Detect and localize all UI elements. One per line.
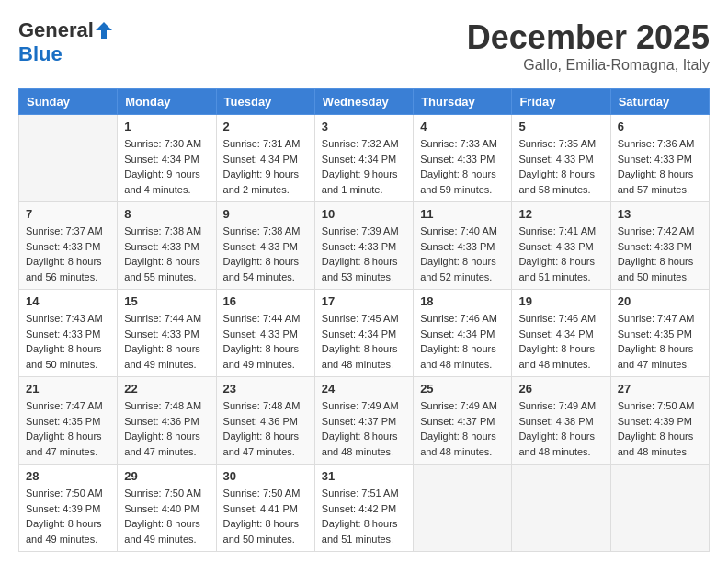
logo-general-text: General <box>18 18 94 42</box>
day-info: Sunrise: 7:50 AM Sunset: 4:41 PM Dayligh… <box>223 486 308 546</box>
calendar-week-row: 1Sunrise: 7:30 AM Sunset: 4:34 PM Daylig… <box>19 115 710 202</box>
weekday-header: Thursday <box>414 89 512 115</box>
day-number: 6 <box>618 120 702 133</box>
calendar-cell: 4Sunrise: 7:33 AM Sunset: 4:33 PM Daylig… <box>414 115 512 202</box>
day-info: Sunrise: 7:49 AM Sunset: 4:37 PM Dayligh… <box>420 398 505 459</box>
weekday-header: Saturday <box>610 89 709 115</box>
day-info: Sunrise: 7:44 AM Sunset: 4:33 PM Dayligh… <box>223 311 308 372</box>
day-number: 29 <box>124 469 209 483</box>
calendar-cell: 12Sunrise: 7:41 AM Sunset: 4:33 PM Dayli… <box>512 202 610 290</box>
calendar-cell: 1Sunrise: 7:30 AM Sunset: 4:34 PM Daylig… <box>118 115 216 202</box>
calendar-cell: 15Sunrise: 7:44 AM Sunset: 4:33 PM Dayli… <box>118 290 216 377</box>
day-info: Sunrise: 7:30 AM Sunset: 4:34 PM Dayligh… <box>124 136 209 197</box>
day-number: 21 <box>26 382 110 396</box>
day-info: Sunrise: 7:46 AM Sunset: 4:34 PM Dayligh… <box>420 311 505 372</box>
month-title: December 2025 <box>467 18 710 57</box>
day-number: 27 <box>618 382 702 396</box>
day-number: 25 <box>420 382 505 396</box>
calendar-cell: 19Sunrise: 7:46 AM Sunset: 4:34 PM Dayli… <box>512 290 610 377</box>
calendar-cell: 31Sunrise: 7:51 AM Sunset: 4:42 PM Dayli… <box>314 465 413 552</box>
day-number: 8 <box>124 207 209 221</box>
day-info: Sunrise: 7:50 AM Sunset: 4:39 PM Dayligh… <box>26 486 110 546</box>
calendar-week-row: 14Sunrise: 7:43 AM Sunset: 4:33 PM Dayli… <box>19 290 710 377</box>
day-info: Sunrise: 7:49 AM Sunset: 4:38 PM Dayligh… <box>518 398 603 459</box>
calendar-cell: 26Sunrise: 7:49 AM Sunset: 4:38 PM Dayli… <box>512 377 610 465</box>
day-number: 15 <box>124 294 209 308</box>
day-number: 2 <box>223 120 308 133</box>
day-info: Sunrise: 7:50 AM Sunset: 4:39 PM Dayligh… <box>618 398 702 459</box>
calendar-cell: 30Sunrise: 7:50 AM Sunset: 4:41 PM Dayli… <box>216 465 314 552</box>
calendar-cell: 18Sunrise: 7:46 AM Sunset: 4:34 PM Dayli… <box>414 290 512 377</box>
day-info: Sunrise: 7:51 AM Sunset: 4:42 PM Dayligh… <box>322 486 406 546</box>
calendar-cell <box>414 465 512 552</box>
calendar-cell: 29Sunrise: 7:50 AM Sunset: 4:40 PM Dayli… <box>118 465 216 552</box>
logo: General Blue <box>18 18 113 66</box>
day-info: Sunrise: 7:50 AM Sunset: 4:40 PM Dayligh… <box>124 486 209 546</box>
day-info: Sunrise: 7:36 AM Sunset: 4:33 PM Dayligh… <box>618 136 702 197</box>
calendar-cell: 22Sunrise: 7:48 AM Sunset: 4:36 PM Dayli… <box>118 377 216 465</box>
calendar-cell: 7Sunrise: 7:37 AM Sunset: 4:33 PM Daylig… <box>19 202 118 290</box>
day-number: 17 <box>322 294 406 308</box>
calendar-cell: 27Sunrise: 7:50 AM Sunset: 4:39 PM Dayli… <box>610 377 709 465</box>
calendar-cell: 14Sunrise: 7:43 AM Sunset: 4:33 PM Dayli… <box>19 290 118 377</box>
calendar-cell: 10Sunrise: 7:39 AM Sunset: 4:33 PM Dayli… <box>314 202 413 290</box>
day-info: Sunrise: 7:47 AM Sunset: 4:35 PM Dayligh… <box>618 311 702 372</box>
calendar-cell: 8Sunrise: 7:38 AM Sunset: 4:33 PM Daylig… <box>118 202 216 290</box>
day-info: Sunrise: 7:35 AM Sunset: 4:33 PM Dayligh… <box>518 136 603 197</box>
calendar-cell <box>19 115 118 202</box>
day-number: 22 <box>124 382 209 396</box>
calendar-table: SundayMondayTuesdayWednesdayThursdayFrid… <box>18 88 710 552</box>
day-number: 7 <box>26 207 110 221</box>
svg-marker-0 <box>96 22 112 39</box>
day-number: 13 <box>618 207 702 221</box>
day-number: 11 <box>420 207 505 221</box>
weekday-header-row: SundayMondayTuesdayWednesdayThursdayFrid… <box>19 89 710 115</box>
weekday-header: Tuesday <box>216 89 314 115</box>
calendar-cell: 11Sunrise: 7:40 AM Sunset: 4:33 PM Dayli… <box>414 202 512 290</box>
day-number: 19 <box>518 294 603 308</box>
day-number: 28 <box>26 469 110 483</box>
day-number: 18 <box>420 294 505 308</box>
day-number: 30 <box>223 469 308 483</box>
day-number: 9 <box>223 207 308 221</box>
calendar-week-row: 7Sunrise: 7:37 AM Sunset: 4:33 PM Daylig… <box>19 202 710 290</box>
day-info: Sunrise: 7:31 AM Sunset: 4:34 PM Dayligh… <box>223 136 308 197</box>
calendar-cell: 28Sunrise: 7:50 AM Sunset: 4:39 PM Dayli… <box>19 465 118 552</box>
day-number: 5 <box>518 120 603 133</box>
day-number: 16 <box>223 294 308 308</box>
location-text: Gallo, Emilia-Romagna, Italy <box>467 57 710 74</box>
day-info: Sunrise: 7:43 AM Sunset: 4:33 PM Dayligh… <box>26 311 110 372</box>
calendar-cell: 5Sunrise: 7:35 AM Sunset: 4:33 PM Daylig… <box>512 115 610 202</box>
calendar-cell: 2Sunrise: 7:31 AM Sunset: 4:34 PM Daylig… <box>216 115 314 202</box>
day-info: Sunrise: 7:40 AM Sunset: 4:33 PM Dayligh… <box>420 224 505 284</box>
day-info: Sunrise: 7:48 AM Sunset: 4:36 PM Dayligh… <box>124 398 209 459</box>
day-number: 12 <box>518 207 603 221</box>
day-number: 24 <box>322 382 406 396</box>
logo-blue-text: Blue <box>18 42 63 66</box>
day-info: Sunrise: 7:45 AM Sunset: 4:34 PM Dayligh… <box>322 311 406 372</box>
day-number: 23 <box>223 382 308 396</box>
calendar-cell: 24Sunrise: 7:49 AM Sunset: 4:37 PM Dayli… <box>314 377 413 465</box>
calendar-week-row: 21Sunrise: 7:47 AM Sunset: 4:35 PM Dayli… <box>19 377 710 465</box>
day-info: Sunrise: 7:38 AM Sunset: 4:33 PM Dayligh… <box>124 224 209 284</box>
weekday-header: Wednesday <box>314 89 413 115</box>
day-number: 20 <box>618 294 702 308</box>
day-number: 4 <box>420 120 505 133</box>
day-info: Sunrise: 7:39 AM Sunset: 4:33 PM Dayligh… <box>322 224 406 284</box>
day-info: Sunrise: 7:44 AM Sunset: 4:33 PM Dayligh… <box>124 311 209 372</box>
title-area: December 2025 Gallo, Emilia-Romagna, Ita… <box>467 18 710 74</box>
day-info: Sunrise: 7:42 AM Sunset: 4:33 PM Dayligh… <box>618 224 702 284</box>
day-number: 10 <box>322 207 406 221</box>
logo-icon <box>95 21 113 40</box>
page-header: General Blue December 2025 Gallo, Emilia… <box>18 18 710 74</box>
calendar-cell: 16Sunrise: 7:44 AM Sunset: 4:33 PM Dayli… <box>216 290 314 377</box>
calendar-cell: 25Sunrise: 7:49 AM Sunset: 4:37 PM Dayli… <box>414 377 512 465</box>
weekday-header: Friday <box>512 89 610 115</box>
day-info: Sunrise: 7:41 AM Sunset: 4:33 PM Dayligh… <box>518 224 603 284</box>
calendar-cell: 20Sunrise: 7:47 AM Sunset: 4:35 PM Dayli… <box>610 290 709 377</box>
day-number: 26 <box>518 382 603 396</box>
day-info: Sunrise: 7:48 AM Sunset: 4:36 PM Dayligh… <box>223 398 308 459</box>
calendar-cell <box>512 465 610 552</box>
calendar-cell: 9Sunrise: 7:38 AM Sunset: 4:33 PM Daylig… <box>216 202 314 290</box>
calendar-cell: 23Sunrise: 7:48 AM Sunset: 4:36 PM Dayli… <box>216 377 314 465</box>
